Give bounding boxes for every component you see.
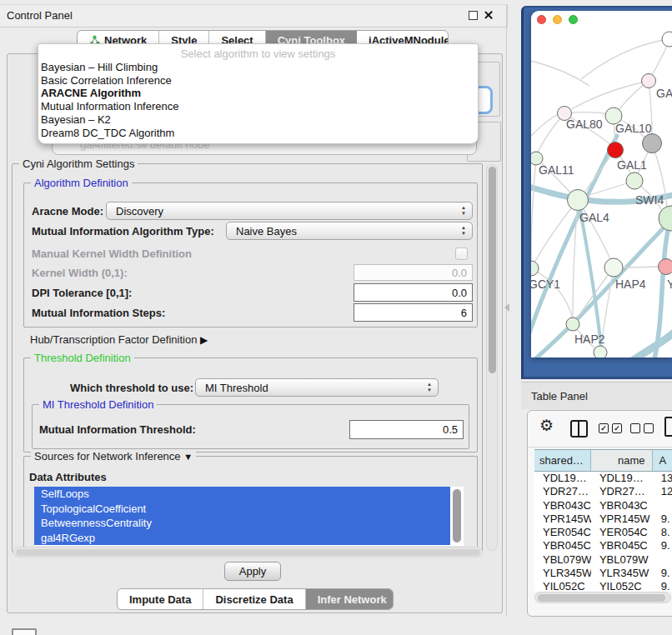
settings-hscrollbar-track[interactable]: [13, 547, 483, 558]
collapse-down-icon[interactable]: ▼: [183, 452, 193, 462]
node-label: GAL80: [566, 118, 603, 131]
network-node-gal4[interactable]: [568, 190, 589, 211]
table-panel-header: Table Panel: [521, 382, 672, 409]
app-screen: Control Panel NetworkStyleSelectCyni Too…: [0, 0, 672, 635]
dropdown-item-list: Bayesian – Hill ClimbingBasic Correlatio…: [38, 61, 478, 139]
dropdown-placeholder: Select algorithm to view settings: [38, 48, 478, 61]
sources-group-title[interactable]: Sources for Network Inference ▼: [31, 450, 196, 462]
table-row[interactable]: YPR145WYPR145W9.: [534, 512, 672, 526]
table-cell: YDL19…: [534, 472, 591, 485]
dropdown-item[interactable]: Bayesian – Hill Climbing: [38, 61, 478, 74]
stepper-arrows-icon: ▲▼: [427, 382, 432, 393]
attribute-list-item[interactable]: gal4RGexp: [34, 531, 450, 546]
column-header[interactable]: shared…: [534, 450, 591, 471]
table-row[interactable]: YER054CYER054C8.: [534, 526, 672, 539]
table-hscrollbar-thumb[interactable]: [538, 594, 665, 602]
mi-threshold-definition-title: MI Threshold Definition: [39, 398, 157, 411]
tab-label: Infer Network: [318, 593, 387, 606]
select-all-columns-icon[interactable]: ✓✓: [599, 423, 622, 433]
panel-title: Control Panel: [7, 9, 73, 22]
node-label: GCY1: [531, 278, 560, 291]
tab-discretize-data[interactable]: Discretize Data: [203, 589, 305, 609]
tab-impute-data[interactable]: Impute Data: [118, 589, 203, 609]
close-icon[interactable]: [484, 10, 494, 20]
attributes-list-scrollbar-thumb[interactable]: [453, 489, 461, 542]
gear-icon[interactable]: ⚙: [539, 418, 554, 433]
table-cell: YBL079W: [591, 553, 653, 567]
node-label: HAP2: [574, 332, 605, 346]
aracne-mode-label: Aracne Mode:: [32, 205, 103, 218]
table-cell: YDL19…: [591, 472, 653, 485]
tab-infer-network[interactable]: Infer Network: [306, 589, 394, 609]
dropdown-item[interactable]: Dream8 DC_TDC Algorithm: [38, 127, 478, 140]
mi-steps-input[interactable]: [354, 303, 473, 322]
table-body: YDL19…YDL19…13YDR27…YDR27…12YBR043CYBR04…: [534, 472, 672, 592]
node-label: GAL1: [617, 158, 647, 172]
network-node-hap2[interactable]: [566, 318, 579, 331]
table-cell: YBL079W: [534, 553, 591, 567]
network-node[interactable]: [594, 346, 607, 358]
dpi-tolerance-input[interactable]: [354, 283, 473, 302]
table-cell: 9.: [653, 580, 672, 592]
float-window-icon[interactable]: [469, 11, 478, 20]
splitter-handle-icon[interactable]: [504, 303, 509, 312]
table-row[interactable]: YBR045CYBR045C9.: [534, 539, 672, 552]
table-cell: YBR043C: [534, 499, 591, 512]
node-label: Y: [667, 278, 672, 291]
network-node-gal[interactable]: [642, 74, 656, 88]
attribute-list-item[interactable]: SelfLoops: [34, 487, 450, 502]
mi-algorithm-type-select[interactable]: Naive Bayes ▲▼: [226, 222, 473, 240]
table-row[interactable]: YDR27…YDR27…12: [534, 485, 672, 498]
export-table-icon[interactable]: [664, 417, 672, 437]
network-node[interactable]: [662, 32, 672, 47]
stepper-arrows-icon: ▲▼: [461, 225, 466, 237]
settings-group-title: Cyni Algorithm Settings: [19, 158, 138, 170]
node-label: GAL: [656, 87, 672, 100]
deselect-all-columns-icon[interactable]: [630, 423, 654, 433]
table-cell: 8.: [653, 526, 672, 539]
column-header[interactable]: A: [653, 450, 672, 471]
cyni-mode-tabbar: Impute DataDiscretize DataInfer Network: [117, 588, 394, 610]
column-header[interactable]: name: [591, 450, 653, 471]
table-row[interactable]: YDL19…YDL19…13: [534, 472, 672, 485]
network-view-window: GALGAL80GAL10GAL1GAL11SWI4GAL4GCY1HAP4YH…: [531, 11, 672, 358]
table-row[interactable]: YLR345WYLR345W9.: [534, 567, 672, 580]
which-threshold-select[interactable]: MI Threshold ▲▼: [195, 378, 439, 397]
which-threshold-label: Which threshold to use:: [70, 382, 193, 394]
kernel-width-input[interactable]: [354, 264, 473, 281]
settings-vscrollbar-track[interactable]: [486, 164, 498, 551]
settings-vscrollbar-thumb[interactable]: [489, 167, 496, 373]
dropdown-item[interactable]: Mutual Information Inference: [38, 100, 478, 113]
split-columns-icon[interactable]: [570, 420, 588, 438]
table-row[interactable]: YBL079WYBL079W: [534, 553, 672, 567]
settings-hscrollbar-thumb[interactable]: [16, 549, 480, 556]
table-panel-title: Table Panel: [531, 390, 588, 402]
table-cell: YDR27…: [534, 485, 591, 498]
dropdown-item[interactable]: Basic Correlation Inference: [38, 74, 478, 88]
network-node-gcy1[interactable]: [531, 261, 539, 276]
aracne-mode-select[interactable]: Discovery ▲▼: [106, 202, 473, 220]
dropdown-item[interactable]: ARACNE Algorithm: [38, 87, 478, 100]
hub-definition-toggle[interactable]: Hub/Transcription Factor Definition ▶: [30, 333, 208, 346]
network-node[interactable]: [643, 134, 662, 153]
network-graph[interactable]: GALGAL80GAL10GAL1GAL11SWI4GAL4GCY1HAP4YH…: [531, 11, 672, 358]
manual-kernel-checkbox[interactable]: [455, 248, 468, 260]
data-attributes-label: Data Attributes: [29, 471, 107, 483]
network-node-swi4[interactable]: [659, 206, 672, 231]
mi-threshold-input[interactable]: [349, 420, 464, 439]
network-node-hap4[interactable]: [604, 258, 623, 277]
table-cell: [653, 499, 672, 512]
attribute-list-item[interactable]: BetweennessCentrality: [34, 516, 450, 531]
table-row[interactable]: YIL052CYIL052C9.: [534, 580, 672, 592]
network-node[interactable]: [608, 142, 624, 158]
attribute-list-item[interactable]: TopologicalCoefficient: [34, 502, 450, 517]
threshold-definition-title: Threshold Definition: [31, 352, 134, 364]
table-row[interactable]: YBR043CYBR043C: [534, 499, 672, 512]
dropdown-item[interactable]: Bayesian – K2: [38, 113, 478, 127]
table-hscrollbar-track[interactable]: [534, 592, 671, 603]
apply-button[interactable]: Apply: [224, 562, 281, 581]
which-threshold-value: MI Threshold: [205, 382, 268, 394]
expand-right-icon[interactable]: ▶: [200, 334, 208, 346]
network-node-gal1[interactable]: [626, 172, 643, 189]
network-node-y[interactable]: [659, 259, 672, 275]
